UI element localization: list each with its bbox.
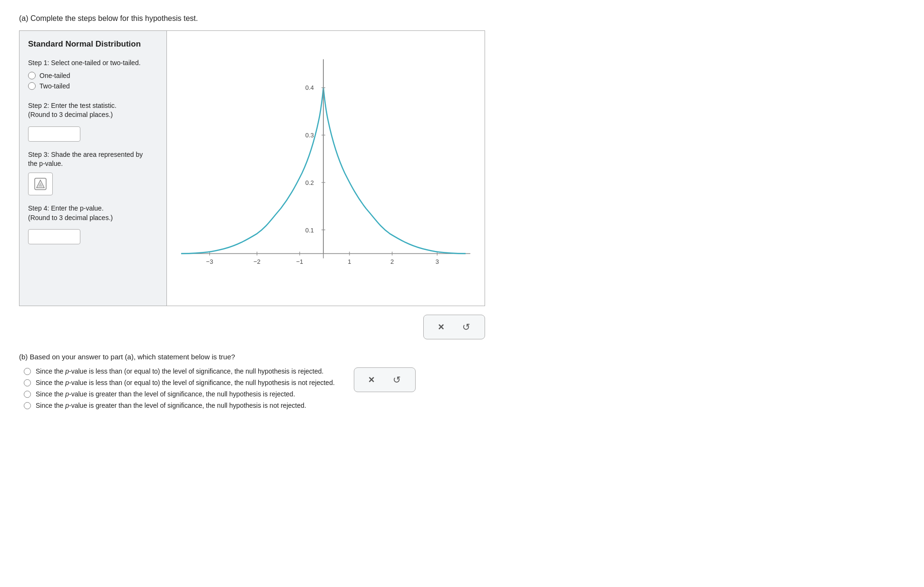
svg-text:−3: −3 <box>206 258 213 265</box>
svg-text:0.2: 0.2 <box>305 179 314 186</box>
step3-section: Step 3: Shade the area represented by th… <box>28 150 157 195</box>
two-tailed-option[interactable]: Two-tailed <box>28 82 157 90</box>
b-option-2[interactable]: Since the p-value is less than (or equal… <box>24 379 335 386</box>
chart-svg: 0.4 0.3 0.2 0.1 −3 −2 −1 <box>167 45 480 292</box>
b-option-1-text: Since the p-value is less than (or equal… <box>36 367 323 375</box>
action-bar-a: × ↺ <box>19 315 485 339</box>
svg-text:−1: −1 <box>296 258 303 265</box>
svg-text:−2: −2 <box>253 258 261 265</box>
action-btn-group-b: × ↺ <box>354 367 416 392</box>
b-option-1[interactable]: Since the p-value is less than (or equal… <box>24 367 335 375</box>
shade-icon <box>34 177 47 191</box>
b-option-2-text: Since the p-value is less than (or equal… <box>36 379 335 386</box>
part-b-question: (b) Based on your answer to part (a), wh… <box>19 353 905 361</box>
clear-button-b[interactable]: × <box>365 372 379 388</box>
b-radio-3[interactable] <box>24 391 31 398</box>
test-statistic-input[interactable] <box>28 126 80 142</box>
part-b: (b) Based on your answer to part (a), wh… <box>19 353 905 409</box>
part-b-options: Since the p-value is less than (or equal… <box>24 367 335 409</box>
b-radio-2[interactable] <box>24 379 31 386</box>
two-tailed-radio[interactable] <box>28 82 36 90</box>
pvalue-input[interactable] <box>28 229 80 244</box>
right-panel: 0.4 0.3 0.2 0.1 −3 −2 −1 <box>167 31 485 306</box>
svg-text:0.3: 0.3 <box>305 132 314 139</box>
step4-section: Step 4: Enter the p-value. (Round to 3 d… <box>28 204 157 244</box>
b-option-3[interactable]: Since the p-value is greater than the le… <box>24 390 335 398</box>
one-tailed-label: One-tailed <box>39 72 70 79</box>
clear-icon-b: × <box>369 374 375 386</box>
b-radio-1[interactable] <box>24 368 31 375</box>
shade-button[interactable] <box>28 173 53 195</box>
clear-button-a[interactable]: × <box>434 319 448 335</box>
reset-button-b[interactable]: ↺ <box>389 372 405 387</box>
part-b-row: Since the p-value is less than (or equal… <box>19 367 905 409</box>
b-option-3-text: Since the p-value is greater than the le… <box>36 390 295 398</box>
part-a-label: (a) Complete the steps below for this hy… <box>19 14 905 23</box>
panel-title: Standard Normal Distribution <box>28 39 157 49</box>
one-tailed-option[interactable]: One-tailed <box>28 72 157 79</box>
reset-button-a[interactable]: ↺ <box>458 319 474 335</box>
one-tailed-radio[interactable] <box>28 72 36 79</box>
reset-icon-b: ↺ <box>393 374 401 385</box>
two-tailed-label: Two-tailed <box>39 82 70 90</box>
main-box: Standard Normal Distribution Step 1: Sel… <box>19 30 485 306</box>
step2-label: Step 2: Enter the test statistic. (Round… <box>28 101 157 120</box>
left-panel: Standard Normal Distribution Step 1: Sel… <box>19 31 167 306</box>
step1-label: Step 1: Select one-tailed or two-tailed. <box>28 58 157 68</box>
svg-text:1: 1 <box>348 258 351 265</box>
step4-label: Step 4: Enter the p-value. (Round to 3 d… <box>28 204 157 222</box>
clear-icon-a: × <box>438 321 444 333</box>
reset-icon-a: ↺ <box>462 321 470 333</box>
step3-label: Step 3: Shade the area represented by th… <box>28 150 157 169</box>
action-btn-group-a: × ↺ <box>423 315 485 339</box>
svg-text:2: 2 <box>390 258 394 265</box>
step1-section: Step 1: Select one-tailed or two-tailed.… <box>28 58 157 93</box>
svg-text:3: 3 <box>436 258 439 265</box>
b-option-4[interactable]: Since the p-value is greater than the le… <box>24 402 335 409</box>
b-option-4-text: Since the p-value is greater than the le… <box>36 402 306 409</box>
b-radio-4[interactable] <box>24 402 31 409</box>
svg-text:0.4: 0.4 <box>305 85 314 92</box>
step2-section: Step 2: Enter the test statistic. (Round… <box>28 101 157 142</box>
part-b-action: × ↺ <box>354 367 416 392</box>
svg-text:0.1: 0.1 <box>305 227 314 234</box>
chart-area: 0.4 0.3 0.2 0.1 −3 −2 −1 <box>167 45 480 292</box>
